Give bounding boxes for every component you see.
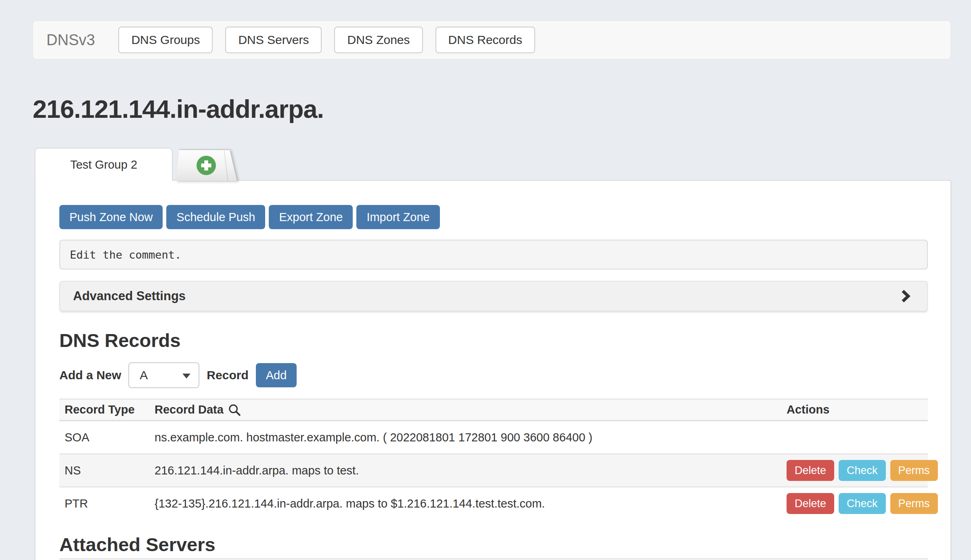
record-data-cell: 216.121.144.in-addr.arpa. maps to test. — [155, 464, 787, 477]
select-caret-icon — [182, 374, 190, 378]
top-navbar: DNSv3 DNS Groups DNS Servers DNS Zones D… — [32, 20, 951, 60]
record-actions-cell: Delete Check Perms — [787, 493, 928, 514]
search-icon[interactable] — [228, 403, 241, 417]
dns-records-heading: DNS Records — [59, 329, 928, 352]
perms-record-button[interactable]: Perms — [890, 493, 938, 514]
record-type-select[interactable]: A — [128, 362, 199, 388]
chevron-right-icon — [898, 289, 912, 303]
import-zone-button[interactable]: Import Zone — [356, 205, 439, 229]
record-actions-cell: Delete Check Perms — [787, 460, 928, 481]
dns-records-table: Record Type Record Data Actions SOA ns.e… — [59, 399, 928, 520]
advanced-settings-toggle[interactable]: Advanced Settings — [59, 281, 928, 311]
delete-record-button[interactable]: Delete — [787, 493, 834, 514]
header-record-type: Record Type — [59, 403, 155, 416]
app-brand: DNSv3 — [46, 31, 95, 49]
record-type-selected-value: A — [140, 368, 148, 382]
page-title: 216.121.144.in-addr.arpa. — [33, 94, 324, 123]
perms-record-button[interactable]: Perms — [890, 460, 938, 481]
tab-fold-line — [224, 150, 228, 181]
record-data-cell: {132-135}.216.121.144.in-addr.arpa. maps… — [155, 497, 787, 510]
add-tab-wrap — [176, 149, 237, 181]
tab-label: Test Group 2 — [70, 158, 137, 171]
zone-actions: Push Zone Now Schedule Push Export Zone … — [59, 205, 928, 229]
add-record-row: Add a New A Record Add — [59, 362, 928, 388]
delete-record-button[interactable]: Delete — [787, 460, 834, 481]
check-record-button[interactable]: Check — [839, 460, 886, 481]
group-tabs: Test Group 2 — [35, 148, 237, 181]
add-plus-icon — [196, 155, 216, 176]
group-panel: Push Zone Now Schedule Push Export Zone … — [35, 180, 951, 560]
nav-button-dns-groups[interactable]: DNS Groups — [118, 27, 213, 53]
header-record-data-label: Record Data — [155, 403, 224, 416]
add-record-button[interactable]: Add — [256, 363, 297, 387]
nav-button-dns-zones[interactable]: DNS Zones — [334, 27, 423, 53]
table-header-row: Record Type Record Data Actions — [59, 399, 928, 420]
record-type-cell: PTR — [59, 497, 155, 510]
check-record-button[interactable]: Check — [839, 493, 886, 514]
tab-test-group-2[interactable]: Test Group 2 — [35, 148, 173, 181]
export-zone-button[interactable]: Export Zone — [269, 205, 353, 229]
add-group-tab[interactable] — [176, 149, 237, 181]
record-data-cell: ns.example.com. hostmaster.example.com. … — [155, 431, 787, 444]
header-actions: Actions — [787, 403, 928, 416]
push-zone-now-button[interactable]: Push Zone Now — [59, 205, 163, 229]
record-type-cell: SOA — [59, 431, 155, 444]
schedule-push-button[interactable]: Schedule Push — [166, 205, 265, 229]
attached-servers-heading: Attached Servers — [59, 535, 928, 554]
attached-servers-table-header — [59, 558, 928, 560]
table-row-ns: NS 216.121.144.in-addr.arpa. maps to tes… — [59, 453, 928, 487]
record-label: Record — [207, 368, 248, 382]
zone-comment-field[interactable]: Edit the comment. — [59, 240, 928, 270]
table-row-soa: SOA ns.example.com. hostmaster.example.c… — [59, 420, 928, 453]
nav-button-dns-servers[interactable]: DNS Servers — [225, 27, 322, 53]
record-type-cell: NS — [59, 464, 155, 477]
nav-button-dns-records[interactable]: DNS Records — [435, 27, 535, 53]
header-record-data: Record Data — [155, 403, 787, 417]
table-row-ptr: PTR {132-135}.216.121.144.in-addr.arpa. … — [59, 487, 928, 520]
advanced-settings-label: Advanced Settings — [73, 289, 186, 303]
add-new-label: Add a New — [59, 368, 121, 382]
